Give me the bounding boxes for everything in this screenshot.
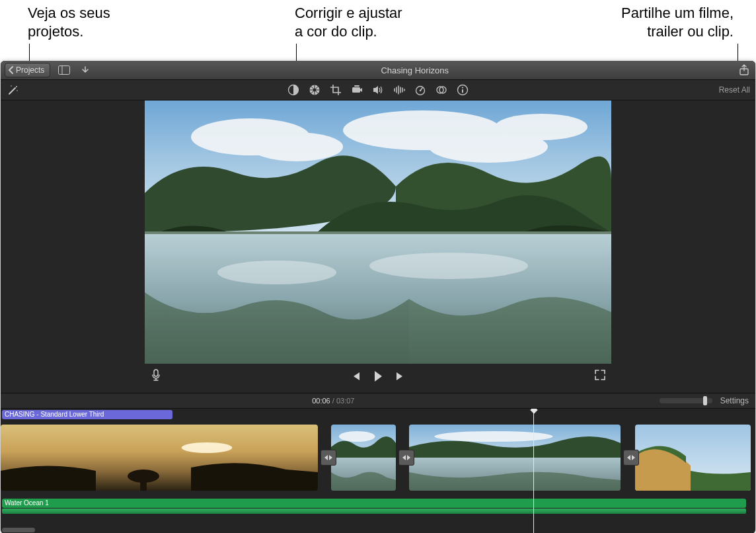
next-button[interactable] <box>392 368 409 385</box>
svg-point-4 <box>11 85 12 87</box>
svg-point-36 <box>369 253 528 279</box>
video-clip[interactable] <box>635 425 751 491</box>
project-title: Chasing Horizons <box>93 65 737 75</box>
svg-point-5 <box>17 90 18 91</box>
color-correction-button[interactable] <box>309 84 321 96</box>
svg-point-44 <box>339 431 375 442</box>
svg-point-47 <box>434 431 552 442</box>
info-button[interactable] <box>457 84 469 96</box>
noise-reduction-button[interactable] <box>393 84 405 96</box>
svg-point-35 <box>217 261 336 284</box>
projects-button[interactable]: Projects <box>5 63 50 77</box>
svg-rect-38 <box>154 370 158 376</box>
audio-waveform <box>2 509 746 514</box>
video-track <box>1 425 755 491</box>
fullscreen-button[interactable] <box>591 366 609 384</box>
adjustment-tools <box>287 84 469 96</box>
filter-button[interactable] <box>435 84 447 96</box>
svg-rect-13 <box>352 87 360 93</box>
reset-all-button[interactable]: Reset All <box>719 85 750 95</box>
playhead-marker <box>530 409 537 414</box>
transition-button[interactable] <box>321 450 336 466</box>
title-clip[interactable]: CHASING - Standard Lower Third <box>2 410 172 419</box>
volume-button[interactable] <box>372 84 384 96</box>
svg-rect-37 <box>145 231 611 234</box>
audio-clip[interactable]: Water Ocean 1 <box>2 499 746 508</box>
share-button[interactable] <box>737 63 751 77</box>
voiceover-button[interactable] <box>147 366 165 384</box>
import-button[interactable] <box>78 63 93 77</box>
svg-rect-42 <box>140 481 147 491</box>
svg-point-33 <box>495 114 587 140</box>
viewer-area <box>1 101 755 393</box>
svg-point-3 <box>16 86 17 87</box>
horizontal-scrollbar-thumb[interactable] <box>2 528 35 532</box>
color-balance-button[interactable] <box>287 84 299 96</box>
playback-controls <box>145 366 611 386</box>
settings-button[interactable]: Settings <box>720 396 749 405</box>
annotation-projects: Veja os seus projetos. <box>28 4 110 41</box>
timecode: 00:06 / 03:07 <box>7 397 660 405</box>
previous-button[interactable] <box>347 368 364 385</box>
speed-button[interactable] <box>414 84 426 96</box>
play-button[interactable] <box>369 368 387 385</box>
video-clip[interactable] <box>1 425 318 491</box>
projects-label: Projects <box>16 65 44 75</box>
auto-enhance-button[interactable] <box>6 83 20 97</box>
annotation-color: Corrigir e ajustar a cor do clip. <box>295 4 402 41</box>
preview-viewer[interactable] <box>145 101 611 364</box>
stabilization-button[interactable] <box>351 84 363 96</box>
svg-rect-14 <box>354 85 359 87</box>
video-clip[interactable] <box>409 425 621 491</box>
playhead[interactable] <box>533 409 534 533</box>
svg-rect-27 <box>462 89 463 93</box>
svg-point-26 <box>462 87 463 88</box>
annotation-share: Partilhe um filme, trailer ou clip. <box>621 4 734 41</box>
crop-button[interactable] <box>330 84 342 96</box>
zoom-slider[interactable] <box>660 398 712 403</box>
time-separator: / <box>330 397 336 405</box>
transition-button[interactable] <box>398 450 414 466</box>
video-clip[interactable] <box>331 425 396 491</box>
time-current: 00:06 <box>312 397 330 405</box>
preview-image <box>145 101 611 364</box>
svg-point-40 <box>182 442 233 453</box>
app-window: Projects Chasing Horizons <box>1 61 755 532</box>
titlebar: Projects Chasing Horizons <box>1 61 755 80</box>
svg-point-30 <box>250 132 343 161</box>
time-duration: 03:07 <box>336 397 355 405</box>
adjustment-toolbar: Reset All <box>1 80 755 101</box>
transition-button[interactable] <box>623 450 639 466</box>
timeline[interactable]: CHASING - Standard Lower Third Water Oce… <box>1 409 755 533</box>
library-layout-button[interactable] <box>57 63 71 77</box>
chevron-left-icon <box>8 66 15 74</box>
svg-point-22 <box>420 90 422 92</box>
time-row: 00:06 / 03:07 Settings <box>1 393 755 409</box>
svg-rect-0 <box>59 66 70 75</box>
zoom-knob[interactable] <box>703 396 707 405</box>
